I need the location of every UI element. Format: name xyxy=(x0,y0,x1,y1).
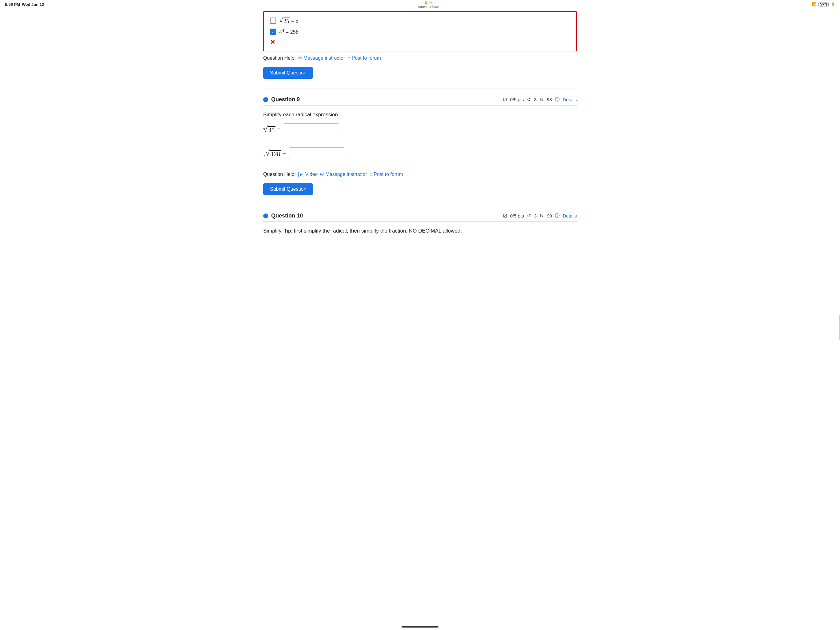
question9-header: Question 9 ☑ 0/5 pts ↺ 3 ↻ 98 ⓘ Details xyxy=(263,94,577,106)
envelope-icon-prev: ✉ xyxy=(298,55,302,61)
q9-expr1: √45 = xyxy=(263,125,281,134)
question9-label: Question 9 xyxy=(271,96,300,103)
question10-dot xyxy=(263,214,268,218)
4pow4-expr: 44 = 256 xyxy=(279,28,298,35)
checkbox-row-1: √25 = 5 xyxy=(270,17,570,25)
answer-box: √25 = 5 ✓ 44 = 256 ✕ xyxy=(263,11,577,51)
prev-message-instructor-link[interactable]: ✉ Message instructor xyxy=(298,55,345,61)
q10-instruction: Simplify. Tip: first simplify the radica… xyxy=(263,228,577,234)
status-bar-right: 📶 VPN 🔋 xyxy=(812,2,835,6)
q9-video-text: Video xyxy=(305,172,318,177)
question10-title: Question 10 xyxy=(263,212,303,219)
question9-meta: ☑ 0/5 pts ↺ 3 ↻ 98 ⓘ Details xyxy=(503,97,577,103)
info-icon-q10[interactable]: ⓘ xyxy=(555,213,560,219)
prev-post-forum-text: Post to forum xyxy=(352,55,381,61)
retry-icon-q9: ↺ xyxy=(527,97,531,103)
q9-message-instructor-link[interactable]: ✉ Message instructor xyxy=(320,171,367,177)
section-divider-2 xyxy=(263,205,577,205)
q9-expr2-row: 3√128 = xyxy=(263,147,577,159)
sqrt25-expr: √25 = 5 xyxy=(279,17,298,25)
envelope-icon-q9: ✉ xyxy=(320,171,324,177)
retry-icon-q10: ↺ xyxy=(527,213,531,219)
url: myopenmath.com xyxy=(415,5,442,8)
question9-body: Simplify each radical expression. √45 = … xyxy=(263,106,577,168)
status-bar-center: 🔒 ··· myopenmath.com xyxy=(415,1,442,8)
checkbox-sqrt25[interactable] xyxy=(270,17,276,24)
prev-help-label: Question Help: xyxy=(263,55,296,61)
question10-meta: ☑ 0/5 pts ↺ 3 ↻ 99 ⓘ Details xyxy=(503,213,577,219)
q10-percent: 99 xyxy=(547,213,552,218)
check-icon-q10: ☑ xyxy=(503,213,507,219)
q9-post-forum-link[interactable]: ○ Post to forum xyxy=(369,172,403,177)
q9-submit-button[interactable]: Submit Question xyxy=(263,184,313,195)
question10-body: Simplify. Tip: first simplify the radica… xyxy=(263,222,577,237)
question10-label: Question 10 xyxy=(271,212,303,219)
wrong-mark: ✕ xyxy=(270,38,570,46)
q10-retries: 3 xyxy=(534,213,537,218)
info-icon-q9[interactable]: ⓘ xyxy=(555,97,560,103)
q9-help-label: Question Help: xyxy=(263,172,296,177)
forward-icon-q10: ↻ xyxy=(540,213,543,219)
chat-icon-prev: ○ xyxy=(347,55,351,61)
checkbox-row-2: ✓ 44 = 256 xyxy=(270,28,570,35)
prev-submit-button[interactable]: Submit Question xyxy=(263,67,313,79)
checkmark-icon: ✓ xyxy=(272,29,275,34)
q9-video-link[interactable]: ▶ Video xyxy=(298,172,318,177)
lock-icon: 🔒 ··· xyxy=(424,1,432,5)
q9-details-link[interactable]: Details xyxy=(563,97,577,102)
time: 5:59 PM xyxy=(5,2,20,7)
q9-input1[interactable] xyxy=(284,123,339,135)
chat-icon-q9: ○ xyxy=(369,172,373,177)
q9-expr1-row: √45 = xyxy=(263,123,577,135)
status-bar: 5:59 PM Wed Jun 12 🔒 ··· myopenmath.com … xyxy=(0,0,840,9)
vpn-badge: VPN xyxy=(818,2,829,6)
section-divider-1 xyxy=(263,89,577,89)
q9-instruction: Simplify each radical expression. xyxy=(263,112,577,118)
q9-percent: 98 xyxy=(547,97,552,102)
checkbox-4pow4[interactable]: ✓ xyxy=(270,28,276,35)
q9-question-help: Question Help: ▶ Video ✉ Message instruc… xyxy=(263,171,577,177)
date: Wed Jun 12 xyxy=(22,2,44,7)
forward-icon-q9: ↻ xyxy=(540,97,543,103)
question9-dot xyxy=(263,97,268,102)
question10-header: Question 10 ☑ 0/5 pts ↺ 3 ↻ 99 ⓘ Details xyxy=(263,210,577,222)
wifi-icon: 📶 xyxy=(812,2,816,6)
question9-title: Question 9 xyxy=(263,96,300,103)
status-bar-left: 5:59 PM Wed Jun 12 xyxy=(5,2,44,7)
prev-message-instructor-text: Message instructor xyxy=(303,55,345,61)
check-icon-q9: ☑ xyxy=(503,97,507,103)
page-content: √25 = 5 ✓ 44 = 256 ✕ Question Help: ✉ Me… xyxy=(251,11,589,237)
battery-icon: 🔋 xyxy=(831,2,835,6)
q9-expr2: 3√128 = xyxy=(263,149,286,158)
q9-pts: 0/5 pts xyxy=(510,97,524,102)
prev-post-forum-link[interactable]: ○ Post to forum xyxy=(347,55,381,61)
q9-input2[interactable] xyxy=(289,147,344,159)
q9-retries: 3 xyxy=(534,97,537,102)
q10-details-link[interactable]: Details xyxy=(563,213,577,218)
prev-question-help: Question Help: ✉ Message instructor ○ Po… xyxy=(263,55,577,61)
q10-pts: 0/5 pts xyxy=(510,213,524,218)
video-icon-q9: ▶ xyxy=(298,172,304,177)
q9-message-instructor-text: Message instructor xyxy=(325,172,367,177)
q9-post-forum-text: Post to forum xyxy=(374,172,403,177)
